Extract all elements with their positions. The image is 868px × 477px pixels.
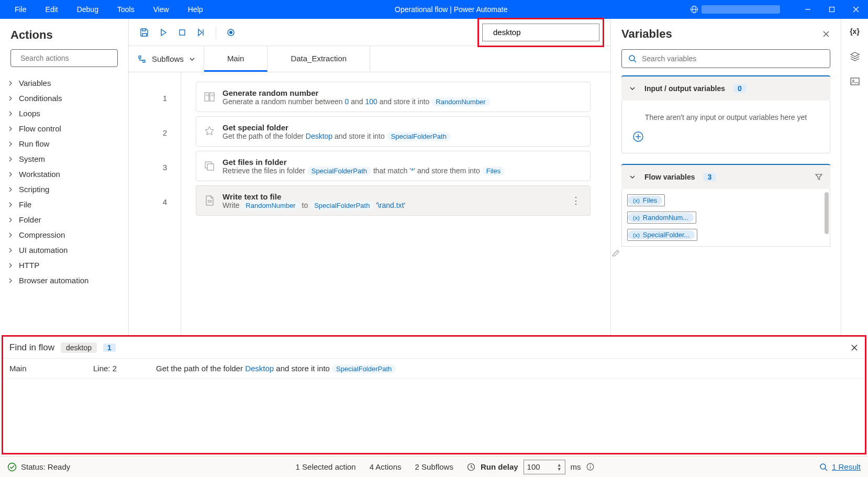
flow-step[interactable]: Get special folderGet the path of the fo… — [196, 116, 591, 147]
action-category[interactable]: Scripting — [0, 182, 128, 197]
flow-variable-row[interactable]: (x)RandomNum... — [627, 212, 825, 224]
title-bar: File Edit Debug Tools View Help Operatio… — [0, 0, 868, 19]
action-category[interactable]: Conditionals — [0, 91, 128, 106]
variables-search[interactable] — [621, 49, 830, 68]
recorder-button[interactable] — [221, 23, 240, 42]
action-category[interactable]: File — [0, 197, 128, 212]
run-next-button[interactable] — [192, 23, 210, 42]
chevron-right-icon — [7, 278, 14, 284]
step-description: Write RandomNumber to SpecialFolderPath … — [222, 201, 562, 209]
category-label: UI automation — [19, 246, 68, 254]
category-label: HTTP — [19, 261, 39, 270]
flow-variables-list: (x)Files(x)RandomNum...(x)SpecialFolder.… — [621, 189, 830, 247]
menu-debug[interactable]: Debug — [68, 0, 108, 19]
actions-search[interactable] — [10, 49, 118, 67]
actions-search-input[interactable] — [20, 54, 112, 62]
line-number: 3 — [129, 154, 181, 188]
minimize-button[interactable] — [796, 0, 820, 19]
image-icon — [850, 76, 860, 87]
chevron-right-icon — [7, 156, 14, 162]
variables-search-input[interactable] — [642, 54, 824, 63]
menu-view[interactable]: View — [144, 0, 179, 19]
step-icon — [204, 195, 215, 206]
flow-variables-count: 3 — [703, 173, 716, 181]
action-category[interactable]: Browser automation — [0, 273, 128, 288]
io-variables-header[interactable]: Input / output variables 0 — [621, 75, 830, 101]
line-number: 4 — [129, 188, 181, 223]
save-button[interactable] — [135, 23, 154, 42]
category-label: Flow control — [19, 124, 61, 133]
category-label: Scripting — [19, 185, 49, 194]
clear-filter[interactable] — [611, 247, 841, 260]
flow-step[interactable]: Get files in folderRetrieve the files in… — [196, 151, 591, 181]
category-label: Folder — [19, 215, 41, 224]
find-result-row[interactable]: Main Line: 2 Get the path of the folder … — [3, 359, 865, 379]
tab-data-extraction[interactable]: Data_Extraction — [268, 46, 370, 72]
search-flow[interactable] — [482, 24, 599, 41]
action-category[interactable]: Variables — [0, 75, 128, 91]
spinner-icon[interactable]: ▲▼ — [557, 463, 562, 471]
filter-icon[interactable] — [815, 173, 823, 181]
step-title: Generate random number — [222, 88, 583, 97]
tab-main[interactable]: Main — [204, 46, 268, 72]
line-number: 2 — [129, 119, 181, 154]
run-button[interactable] — [154, 23, 173, 42]
io-empty-text: There aren't any input or output variabl… — [632, 113, 819, 121]
check-circle-icon — [7, 462, 17, 472]
stop-button[interactable] — [173, 23, 192, 42]
svg-text:A2: A2 — [211, 94, 215, 97]
flow-variables-header[interactable]: Flow variables 3 — [621, 164, 830, 189]
scrollbar[interactable] — [825, 192, 829, 234]
variables-rail-button[interactable]: {x} — [841, 19, 868, 44]
category-label: Compression — [19, 230, 65, 239]
ui-elements-rail-button[interactable] — [841, 44, 868, 69]
environment-label — [702, 5, 780, 14]
maximize-button[interactable] — [820, 0, 844, 19]
menu-edit[interactable]: Edit — [36, 0, 68, 19]
layers-icon — [850, 51, 860, 62]
flow-step[interactable]: A1A2Generate random numberGenerate a ran… — [196, 82, 591, 112]
action-category[interactable]: Folder — [0, 212, 128, 227]
action-category[interactable]: UI automation — [0, 242, 128, 258]
close-panel-icon[interactable] — [822, 30, 830, 38]
search-flow-input[interactable] — [493, 28, 593, 37]
action-category[interactable]: System — [0, 151, 128, 167]
menu-tools[interactable]: Tools — [108, 0, 144, 19]
step-icon: A1A2 — [204, 91, 215, 103]
find-result-subflow: Main — [9, 364, 93, 373]
find-result-desc: Get the path of the folder Desktop and s… — [156, 364, 396, 373]
action-category[interactable]: Loops — [0, 106, 128, 121]
action-category[interactable]: Compression — [0, 227, 128, 242]
category-label: File — [19, 200, 31, 209]
chevron-right-icon — [7, 80, 14, 86]
svg-rect-29 — [851, 78, 859, 85]
close-find-icon[interactable] — [850, 343, 859, 352]
environment-picker[interactable] — [690, 5, 780, 14]
category-label: System — [19, 154, 45, 163]
more-options-icon[interactable]: ⋮ — [569, 195, 583, 206]
chevron-down-icon — [629, 85, 636, 92]
action-category[interactable]: Workstation — [0, 167, 128, 182]
action-category[interactable]: HTTP — [0, 258, 128, 273]
menu-help[interactable]: Help — [179, 0, 213, 19]
find-count: 1 — [103, 343, 116, 352]
menu-bar: File Edit Debug Tools View Help — [5, 0, 213, 19]
flow-variable-row[interactable]: (x)Files — [627, 194, 825, 206]
run-delay-input[interactable]: 100 ▲▼ — [524, 460, 565, 474]
action-category[interactable]: Flow control — [0, 121, 128, 136]
flow-variable-row[interactable]: (x)SpecialFolder... — [627, 229, 825, 241]
add-io-variable-button[interactable] — [632, 131, 819, 142]
action-category[interactable]: Run flow — [0, 136, 128, 151]
status-results[interactable]: 1 Result — [819, 462, 861, 471]
info-icon[interactable] — [586, 463, 594, 471]
images-rail-button[interactable] — [841, 69, 868, 94]
step-description: Retrieve the files in folder SpecialFold… — [222, 167, 583, 175]
flow-step[interactable]: Write text to fileWrite RandomNumber to … — [196, 185, 591, 216]
subflows-dropdown[interactable]: Subflows — [129, 46, 204, 72]
actions-category-list[interactable]: VariablesConditionalsLoopsFlow controlRu… — [0, 73, 128, 335]
step-icon — [204, 160, 215, 172]
line-number: 1 — [129, 85, 181, 119]
category-label: Loops — [19, 109, 40, 118]
menu-file[interactable]: File — [5, 0, 36, 19]
close-button[interactable] — [844, 0, 868, 19]
